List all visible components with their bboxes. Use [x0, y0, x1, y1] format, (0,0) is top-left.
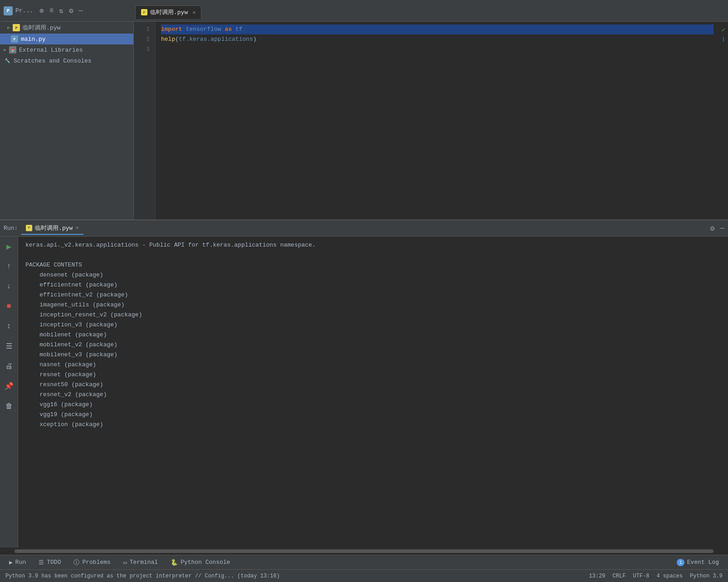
- event-log-badge: 1: [677, 559, 684, 566]
- code-line-3: [161, 44, 713, 54]
- console-output-line: PACKAGE CONTENTS: [25, 260, 721, 270]
- sidebar-item-pyw[interactable]: ▶ P 临时调用.pyw: [0, 22, 133, 34]
- console-output-line: resnet (package): [25, 370, 721, 380]
- console-output-line: mobilenet (package): [25, 330, 721, 340]
- indent-status[interactable]: 4 spaces: [656, 573, 683, 579]
- console-output-line: imagenet_utils (package): [25, 300, 721, 310]
- python-console-tab-text: Python Console: [181, 559, 230, 566]
- editor-area: 1 2 3 import tensorflow as tf help(tf.ke…: [134, 22, 728, 219]
- tab-label: 临时调用.pyw: [150, 8, 188, 16]
- minimize-icon[interactable]: —: [79, 7, 83, 15]
- console-output-line: xception (package): [25, 420, 721, 430]
- top-bar-icons: ⊕ ≡ ⇅ ⚙ —: [39, 6, 83, 15]
- keyword-as: as: [225, 24, 232, 34]
- code-content[interactable]: import tensorflow as tf help(tf.keras.ap…: [156, 22, 719, 219]
- console-output-line: mobilenet_v3 (package): [25, 350, 721, 360]
- tab-todo[interactable]: ☰ TODO: [33, 557, 66, 568]
- problems-icon: ⓘ: [73, 558, 79, 567]
- scroll-down-button[interactable]: ↓: [3, 280, 15, 293]
- run-tab-text: Run: [15, 559, 26, 566]
- sidebar-label-pyw: 临时调用.pyw: [23, 24, 60, 32]
- sidebar-item-main-py[interactable]: P main.py: [0, 34, 133, 44]
- run-minimize-icon[interactable]: —: [720, 224, 724, 233]
- python-info-status[interactable]: Python 3.9 has been configured as the pr…: [5, 573, 280, 579]
- console-output-line: vgg16 (package): [25, 400, 721, 410]
- tab-run[interactable]: ▶ Run: [4, 557, 31, 568]
- encoding-status[interactable]: UTF-8: [633, 573, 649, 579]
- console-output-line: resnet50 (package): [25, 380, 721, 390]
- console-output-line: efficientnet (package): [25, 280, 721, 290]
- sidebar-label-scratches: Scratches and Consoles: [14, 58, 92, 64]
- console-scrollbar-container: [0, 548, 728, 555]
- paren-close: ): [253, 34, 257, 44]
- paren-open: (: [175, 34, 179, 44]
- line-ending-status[interactable]: CRLF: [613, 573, 626, 579]
- check-mark-icon: ✓: [719, 24, 728, 34]
- sidebar-item-external-libs[interactable]: ▶ 📚 External Libraries: [0, 44, 133, 55]
- rerun-button[interactable]: ↕: [3, 320, 15, 333]
- tab-terminal[interactable]: ▭ Terminal: [118, 557, 163, 568]
- todo-icon: ☰: [39, 559, 44, 566]
- console-output-line: vgg19 (package): [25, 410, 721, 420]
- external-libs-icon: 📚: [9, 46, 16, 53]
- tab-close-button[interactable]: ✕: [192, 9, 195, 16]
- sidebar-label-external-libs: External Libraries: [19, 47, 83, 53]
- sidebar-item-scratches[interactable]: 🔧 Scratches and Consoles: [0, 55, 133, 66]
- stop-button[interactable]: ■: [3, 300, 15, 313]
- scratches-icon: 🔧: [4, 57, 11, 64]
- project-icon: P: [4, 6, 13, 15]
- tab-event-log[interactable]: 1 Event Log: [671, 557, 724, 568]
- console-output-line: [25, 430, 721, 440]
- sort-icon[interactable]: ⇅: [59, 6, 64, 15]
- settings-icon[interactable]: ⚙: [69, 6, 73, 15]
- func-help: help: [161, 34, 175, 44]
- editor-tab-main[interactable]: P 临时调用.pyw ✕: [135, 5, 201, 19]
- arrow-icon-pyw: ▶: [7, 25, 10, 30]
- play-button[interactable]: ▶: [3, 240, 15, 253]
- event-log-tab-text: Event Log: [687, 559, 719, 566]
- console-output-line: keras.api._v2.keras.applications - Publi…: [25, 240, 721, 250]
- cursor-position-status[interactable]: 13:29: [589, 573, 606, 579]
- project-name[interactable]: Pr...: [15, 7, 33, 14]
- tab-python-console[interactable]: 🐍 Python Console: [165, 557, 235, 568]
- code-editor[interactable]: 1 2 3 import tensorflow as tf help(tf.ke…: [134, 22, 728, 219]
- project-section: P Pr... ⊕ ≡ ⇅ ⚙ —: [4, 6, 135, 15]
- scroll-up-button[interactable]: ↑: [3, 260, 15, 273]
- bottom-tabs: ▶ Run ☰ TODO ⓘ Problems ▭ Terminal 🐍 Pyt…: [0, 555, 728, 569]
- list-icon[interactable]: ≡: [49, 7, 54, 15]
- py-file-icon: P: [11, 35, 18, 43]
- problems-tab-text: Problems: [82, 559, 110, 566]
- main-area: ▶ P 临时调用.pyw P main.py ▶ 📚 External Libr…: [0, 22, 728, 219]
- run-header-icons: ⚙ —: [710, 224, 724, 233]
- status-bar-left: Python 3.9 has been configured as the pr…: [5, 573, 280, 579]
- console-output-line: [25, 250, 721, 260]
- run-tab-close-button[interactable]: ✕: [75, 224, 78, 231]
- tab-pyw-icon: P: [141, 9, 147, 15]
- console-output-line: nasnet (package): [25, 360, 721, 370]
- console-output[interactable]: keras.api._v2.keras.applications - Publi…: [18, 237, 728, 548]
- module-tensorflow: tensorflow: [186, 24, 221, 34]
- pin-button[interactable]: 📌: [3, 380, 15, 393]
- sidebar: ▶ P 临时调用.pyw P main.py ▶ 📚 External Libr…: [0, 22, 134, 219]
- run-tab-label: 临时调用.pyw: [35, 224, 73, 232]
- status-bar: Python 3.9 has been configured as the pr…: [0, 569, 728, 582]
- line-marker: |: [719, 34, 728, 44]
- print-button[interactable]: 🖨: [3, 360, 15, 373]
- list-output-button[interactable]: ☰: [3, 340, 15, 353]
- add-icon[interactable]: ⊕: [39, 6, 44, 15]
- console-output-line: inception_resnet_v2 (package): [25, 310, 721, 320]
- top-bar: P Pr... ⊕ ≡ ⇅ ⚙ — P 临时调用.pyw ✕: [0, 0, 728, 22]
- trash-button[interactable]: 🗑: [3, 400, 15, 412]
- console-output-line: resnet_v2 (package): [25, 390, 721, 400]
- tab-problems[interactable]: ⓘ Problems: [68, 557, 116, 568]
- run-tabs: Run: P 临时调用.pyw ✕ ⚙ —: [0, 220, 728, 237]
- console-scrollbar[interactable]: [15, 549, 713, 553]
- keyword-import: import: [161, 24, 182, 34]
- run-tab-active[interactable]: P 临时调用.pyw ✕: [21, 222, 83, 235]
- status-bar-right: 13:29 CRLF UTF-8 4 spaces Python 3.9: [589, 573, 723, 579]
- terminal-icon: ▭: [123, 559, 127, 566]
- python-version-status[interactable]: Python 3.9: [690, 573, 723, 579]
- editor-right-gutter: ✓ |: [719, 22, 728, 219]
- console-output-line: inception_v3 (package): [25, 320, 721, 330]
- run-settings-icon[interactable]: ⚙: [710, 224, 715, 233]
